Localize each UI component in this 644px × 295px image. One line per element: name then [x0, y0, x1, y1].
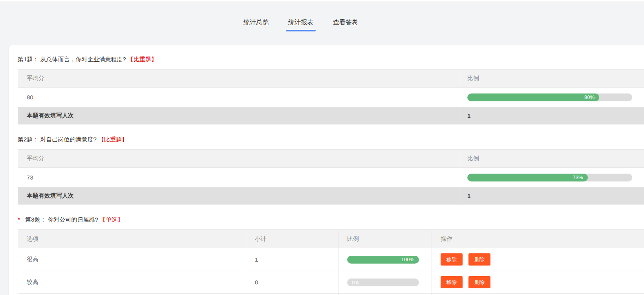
avg-score-header: 平均分 [18, 150, 460, 167]
tab-bar: 统计总览 统计报表 查看答卷 [0, 2, 644, 45]
question-3-title: * 第3题： 你对公司的归属感? 【单选】 [18, 216, 644, 224]
progress-bar-label: 0% [352, 279, 359, 285]
valid-responses-label: 本题有效填写人次 [18, 107, 460, 124]
valid-responses-value: 1 [460, 107, 644, 124]
avg-score-header: 平均分 [18, 70, 460, 87]
question-text: 你对公司的归属感? [48, 216, 98, 223]
action-cell: 移除 删除 [432, 248, 644, 271]
question-number: 第2题： [18, 136, 38, 143]
report-card: 第1题： 从总体而言，你对企业满意程度? 【比重题】 平均分 比例 80 80% [9, 45, 644, 295]
tab-statistics-report[interactable]: 统计报表 [288, 18, 313, 31]
progress-bar-track: 80% [467, 93, 632, 101]
action-cell: 移除 删除 [432, 271, 644, 293]
action-header: 操作 [432, 230, 644, 248]
choice-table: 选项 小计 比例 操作 很高 1 100% 移除 删除 [18, 229, 644, 295]
table-footer-row: 本题有效填写人次 1 [18, 187, 644, 204]
option-label: 较高 [18, 271, 246, 293]
tab-view-answers[interactable]: 查看答卷 [333, 18, 358, 31]
table-header-row: 选项 小计 比例 操作 [18, 230, 644, 248]
ratio-bar-cell: 80% [460, 88, 644, 107]
option-row-3-clipped [18, 293, 644, 295]
progress-bar-track: 100% [347, 256, 419, 264]
score-table-2: 平均分 比例 73 73% 本题有效填写人次 1 [18, 149, 644, 205]
ratio-bar-cell: 100% [338, 248, 432, 271]
table-footer-row: 本题有效填写人次 1 [18, 107, 644, 124]
question-text: 从总体而言，你对企业满意程度? [40, 56, 126, 62]
table-header-row: 平均分 比例 [18, 70, 644, 87]
avg-score-value: 80 [18, 88, 460, 107]
option-row-2: 较高 0 0% 移除 删除 [18, 271, 644, 293]
score-table-1: 平均分 比例 80 80% 本题有效填写人次 1 [18, 69, 644, 125]
tabs-group: 统计总览 统计报表 查看答卷 [243, 2, 358, 31]
option-label: 很高 [18, 248, 246, 271]
tab-label: 统计报表 [288, 19, 313, 26]
question-number: 第1题： [18, 56, 38, 62]
question-block-1: 第1题： 从总体而言，你对企业满意程度? 【比重题】 平均分 比例 80 80% [18, 55, 644, 125]
delete-button[interactable]: 删除 [468, 253, 490, 266]
question-2-title: 第2题： 对自己岗位的满意度? 【比重题】 [18, 136, 644, 143]
avg-score-value: 73 [18, 168, 460, 187]
question-number: 第3题： [25, 216, 46, 223]
valid-responses-value: 1 [460, 187, 644, 204]
table-header-row: 平均分 比例 [18, 150, 644, 167]
ratio-header: 比例 [460, 70, 644, 87]
ratio-header: 比例 [460, 150, 644, 167]
option-header: 选项 [18, 230, 246, 248]
question-block-2: 第2题： 对自己岗位的满意度? 【比重题】 平均分 比例 73 73% [18, 136, 644, 205]
option-count: 0 [246, 271, 338, 293]
question-type-tag: 【单选】 [100, 216, 123, 223]
progress-bar-label: 73% [573, 174, 588, 180]
count-header: 小计 [246, 230, 338, 248]
progress-bar-fill: 100% [347, 256, 419, 264]
progress-bar-track: 73% [467, 174, 632, 181]
tab-label: 查看答卷 [333, 19, 358, 26]
progress-bar-label: 100% [401, 257, 419, 262]
progress-bar-fill: 73% [467, 174, 588, 181]
question-block-3: * 第3题： 你对公司的归属感? 【单选】 选项 小计 比例 操作 很高 1 1… [18, 216, 644, 295]
table-data-row: 73 73% [18, 167, 644, 187]
question-text: 对自己岗位的满意度? [40, 136, 97, 143]
tab-statistics-overview[interactable]: 统计总览 [243, 18, 269, 31]
progress-bar-track: 0% [347, 279, 419, 286]
progress-bar-label: 80% [584, 94, 599, 100]
table-data-row: 80 80% [18, 87, 644, 107]
remove-button[interactable]: 移除 [441, 253, 463, 266]
required-asterisk: * [18, 216, 20, 223]
question-type-tag: 【比重题】 [98, 136, 128, 143]
option-row-1: 很高 1 100% 移除 删除 [18, 248, 644, 271]
progress-bar-fill: 80% [467, 93, 599, 101]
valid-responses-label: 本题有效填写人次 [18, 187, 460, 204]
question-1-title: 第1题： 从总体而言，你对企业满意程度? 【比重题】 [18, 55, 644, 63]
ratio-bar-cell: 73% [460, 168, 644, 187]
delete-button[interactable]: 删除 [468, 276, 490, 288]
tab-label: 统计总览 [243, 19, 269, 26]
option-count: 1 [246, 248, 338, 271]
question-type-tag: 【比重题】 [128, 56, 157, 62]
ratio-header: 比例 [338, 230, 432, 248]
remove-button[interactable]: 移除 [441, 276, 463, 288]
active-tab-underline [286, 30, 316, 31]
ratio-bar-cell: 0% [338, 271, 432, 293]
